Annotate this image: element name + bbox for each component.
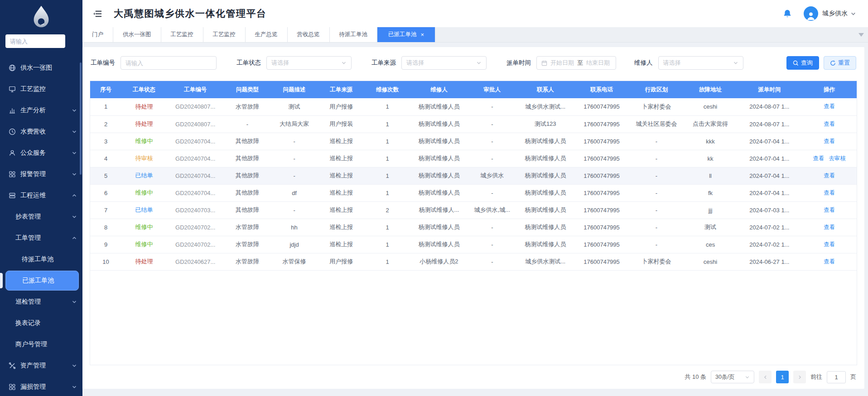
sidebar-search-input[interactable] <box>5 34 65 48</box>
cell-order_no: GD20240807... <box>167 115 224 133</box>
sidebar-item-12[interactable]: 换表记录 <box>0 312 82 334</box>
cell-district: 城关社区居委会 <box>629 115 684 133</box>
tab-3[interactable]: 工艺监控 <box>203 27 246 42</box>
tab-4[interactable]: 生产总览 <box>246 27 288 42</box>
tab-7[interactable]: 已派工单池× <box>377 27 435 42</box>
sidebar-item-8[interactable]: 工单管理 <box>0 227 82 248</box>
username[interactable]: 城乡供水 <box>822 10 848 18</box>
grid-icon <box>8 170 16 178</box>
cell-problem_desc: - <box>271 201 318 219</box>
sidebar-item-15[interactable]: 漏损管理 <box>0 376 82 396</box>
view-link[interactable]: 查看 <box>824 138 835 144</box>
view-link[interactable]: 查看 <box>824 103 835 110</box>
cell-actions: 查看 <box>802 236 857 253</box>
cell-contact: 测试123 <box>516 115 574 133</box>
cell-contact: 城乡供水测试... <box>516 253 574 270</box>
cell-seq: 2 <box>90 115 121 133</box>
cell-approver: 城乡供水,城... <box>468 201 516 219</box>
column-header: 工单来源 <box>318 81 365 98</box>
view-link[interactable]: 查看 <box>824 172 835 179</box>
next-page-button[interactable] <box>793 371 806 383</box>
sidebar-item-14[interactable]: 资产管理 <box>0 355 82 376</box>
cell-actions: 查看 <box>802 253 857 270</box>
chevron-left-icon <box>763 375 768 380</box>
search-button[interactable]: 查询 <box>786 56 819 70</box>
cell-dispatch_time: 2024-07-02 1... <box>737 219 802 236</box>
cell-fault_address: fk <box>684 184 737 201</box>
view-link[interactable]: 查看 <box>813 155 824 162</box>
prev-page-button[interactable] <box>759 371 772 383</box>
sidebar-item-11[interactable]: 巡检管理 <box>0 291 82 312</box>
view-link[interactable]: 查看 <box>824 121 835 127</box>
reset-button[interactable]: 重置 <box>824 56 856 70</box>
column-header: 维修次数 <box>365 81 410 98</box>
service-icon <box>8 149 16 157</box>
sidebar-item-7[interactable]: 抄表管理 <box>0 206 82 227</box>
column-header: 审批人 <box>468 81 516 98</box>
sidebar-item-0[interactable]: 供水一张图 <box>0 57 82 78</box>
repairer-select[interactable]: 请选择 <box>658 56 743 70</box>
tabbar-dropdown-icon[interactable] <box>858 33 864 37</box>
cell-seq: 10 <box>90 253 121 270</box>
view-link[interactable]: 查看 <box>824 190 835 196</box>
order-source-select[interactable]: 请选择 <box>401 56 487 70</box>
cell-status: 已结单 <box>121 167 167 184</box>
close-icon[interactable]: × <box>421 32 424 38</box>
cell-problem_type: 水管故障 <box>224 236 271 253</box>
view-link[interactable]: 查看 <box>824 258 835 265</box>
cell-problem_desc: 测试 <box>271 98 318 115</box>
sidebar-item-9[interactable]: 待派工单池 <box>0 248 82 270</box>
column-header: 联系电话 <box>574 81 629 98</box>
sidebar-item-13[interactable]: 商户号管理 <box>0 334 82 355</box>
order-status-label: 工单状态 <box>236 59 261 67</box>
sidebar-item-4[interactable]: 公众服务 <box>0 142 82 163</box>
sidebar-item-3[interactable]: 水费营收 <box>0 121 82 142</box>
sidebar-scrollbar[interactable] <box>80 62 82 175</box>
cell-phone: 17600747995 <box>574 115 629 133</box>
sidebar-item-2[interactable]: 生产分析 <box>0 100 82 121</box>
goto-page-input[interactable] <box>827 371 846 383</box>
cell-repair_count: 1 <box>365 219 410 236</box>
cell-dispatch_time: 2024-07-02 1... <box>737 236 802 253</box>
tab-5[interactable]: 营收总览 <box>288 27 330 42</box>
refresh-icon <box>830 60 836 66</box>
order-status-select[interactable]: 请选择 <box>266 56 352 70</box>
column-header: 故障地址 <box>684 81 737 98</box>
menu-fold-icon[interactable] <box>93 10 102 18</box>
order-table: 序号工单状态工单编号问题类型问题描述工单来源维修次数维修人审批人联系人联系电话行… <box>90 81 857 365</box>
tab-2[interactable]: 工艺监控 <box>161 27 203 42</box>
sidebar-item-5[interactable]: 报警管理 <box>0 163 82 185</box>
view-link[interactable]: 查看 <box>824 224 835 230</box>
column-header: 操作 <box>802 81 857 98</box>
go-review-link[interactable]: 去审核 <box>829 155 846 162</box>
page-size-select[interactable]: 30条/页 <box>711 371 754 383</box>
cell-contact: 杨测试维修人员 <box>516 167 574 184</box>
tab-6[interactable]: 待派工单池 <box>330 27 378 42</box>
cell-phone: 17600747995 <box>574 150 629 167</box>
current-page-button[interactable]: 1 <box>776 371 789 383</box>
cell-district: - <box>629 219 684 236</box>
filter-bar: 工单编号 工单状态 请选择 工单来源 请选择 <box>91 56 856 70</box>
chevron-down-icon[interactable] <box>850 11 856 17</box>
avatar[interactable] <box>804 6 818 21</box>
cell-source: 用户报修 <box>318 98 365 115</box>
tab-0[interactable]: 门户 <box>82 27 113 42</box>
view-link[interactable]: 查看 <box>824 241 835 248</box>
dispatch-time-range[interactable]: 开始日期 至 结束日期 <box>536 56 616 70</box>
column-header: 问题描述 <box>271 81 318 98</box>
cell-dispatch_time: 2024-07-04 1... <box>737 184 802 201</box>
tab-1[interactable]: 供水一张图 <box>113 27 161 42</box>
order-no-input[interactable] <box>125 60 212 67</box>
cell-fault_address: kk <box>684 150 737 167</box>
chevron-down-icon <box>72 150 77 156</box>
notification-bell-icon[interactable] <box>783 9 792 19</box>
cell-source: 巡检上报 <box>318 184 365 201</box>
view-link[interactable]: 查看 <box>824 207 835 213</box>
cell-status: 待处理 <box>121 253 167 270</box>
cell-phone: 17600747995 <box>574 184 629 201</box>
cell-district: - <box>629 133 684 150</box>
sidebar-item-6[interactable]: 工程运维 <box>0 185 82 206</box>
sidebar-item-active[interactable]: 已派工单池 <box>5 271 79 291</box>
sidebar-item-1[interactable]: 工艺监控 <box>0 78 82 100</box>
cell-repair_count: 1 <box>365 98 410 115</box>
